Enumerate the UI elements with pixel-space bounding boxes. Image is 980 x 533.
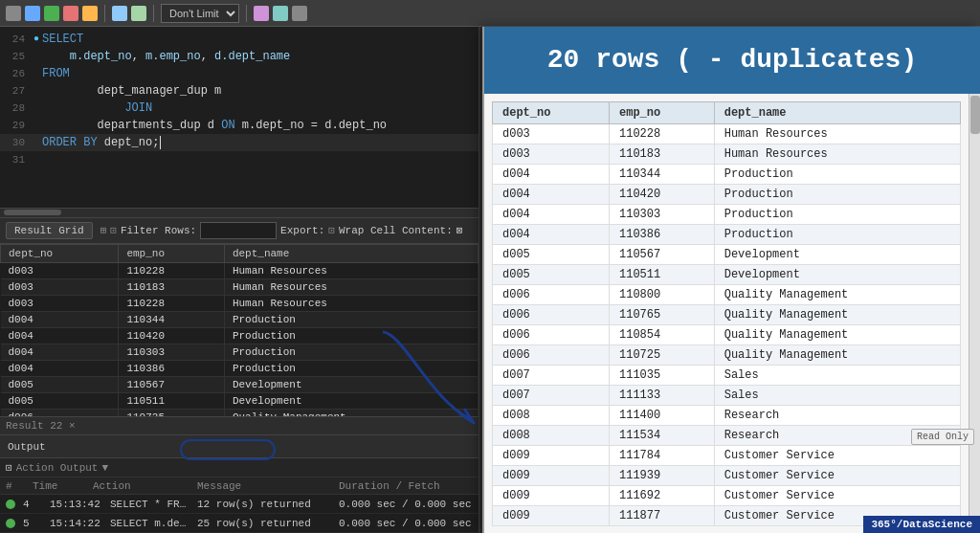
line-num-24: 24 [0,31,31,48]
table-row: d006110725Quality Management [1,409,479,416]
output-num: 4 [23,499,42,510]
table-row: d007111035Sales [493,365,961,385]
result-table-wrapper[interactable]: dept_no emp_no dept_name d003110228Human… [0,244,479,417]
output-row: 5 15:14:22 SELECT m.dept_no, m.emp_no, d… [0,514,479,533]
overlay-panel: 20 rows ( - duplicates) dept_no emp_no d… [482,27,980,533]
output-action: SELECT * FROM departments_dup ORDER BY d… [110,499,189,510]
line-num-28: 28 [0,100,31,117]
output-row: 4 15:13:42 SELECT * FROM departments_dup… [0,495,479,514]
table-row: d003110228Human Resources [1,262,479,278]
table-row: d005110511Development [1,392,479,409]
main-toolbar: Don't Limit [0,0,980,27]
table-row: d004110344Production [493,164,961,184]
table-row: d004110420Production [493,184,961,204]
table-row: d006110854Quality Management [493,324,961,344]
result-grid-toolbar: Result Grid ⊞ ⊡ Filter Rows: Export: ⊡ W… [0,217,479,244]
sql-line-29: 29 departments_dup d ON m.dept_no = d.de… [0,117,479,134]
output-header: Output [0,435,479,458]
cols-icon[interactable] [292,6,307,21]
table-row: d006110800Quality Management [493,284,961,304]
col-header-dept-no[interactable]: dept_no [1,244,119,262]
export-btn[interactable]: Export: [280,225,324,236]
wrap-label: Wrap Cell Content: [339,225,453,236]
col-header-emp-no[interactable]: emp_no [119,244,224,262]
debug-icon[interactable] [82,6,98,21]
output-action-header: ⊡ Action Output ▼ [0,458,479,477]
output-tab[interactable]: Output [8,441,46,453]
table-row: d005110567Development [1,376,479,392]
separator [104,5,105,22]
table-row: d004110420Production [1,327,479,344]
sql-editor[interactable]: 24 ● SELECT 25 m.dept_no, m.emp_no, d.de… [0,27,479,208]
output-panel: Output ⊡ Action Output ▼ # Time Action M… [0,434,479,533]
overlay-col-emp-no: emp_no [610,101,715,123]
line-content-30: ORDER BY dept_no; [42,134,168,151]
separator2 [153,5,154,22]
settings-icon[interactable] [273,6,288,21]
table-row: d004110344Production [1,311,479,327]
output-time: 15:14:22 [50,518,102,529]
overlay-table: dept_no emp_no dept_name d003110228Human… [492,101,961,526]
overlay-table-wrapper[interactable]: dept_no emp_no dept_name d003110228Human… [484,94,969,533]
col-duration: Duration / Fetch [339,480,473,492]
line-dot-24: ● [31,31,42,48]
line-content-26: FROM [42,65,70,82]
output-duration: 0.000 sec / 0.000 sec [339,518,473,529]
output-num: 5 [23,518,42,529]
save-icon[interactable] [25,6,40,21]
search-icon[interactable] [112,6,127,21]
table-row: d009111692Customer Service [493,485,961,505]
line-content-29: departments_dup d ON m.dept_no = d.dept_… [42,117,387,134]
table-row: d004110386Production [493,224,961,244]
output-rows: 4 15:13:42 SELECT * FROM departments_dup… [0,495,479,533]
col-message: Message [197,480,331,492]
table-row: d007111133Sales [493,385,961,405]
table-row: d003110183Human Resources [493,144,961,164]
table-row: d004110303Production [493,204,961,224]
dropdown-icon[interactable]: ▼ [101,462,108,474]
col-hash: # [6,480,25,492]
table-row: d009111939Customer Service [493,465,961,485]
run-icon[interactable] [44,6,59,21]
stop-icon[interactable] [63,6,78,21]
read-only-badge: Read Only [911,429,974,445]
filter-icon[interactable] [254,6,269,21]
result-table: dept_no emp_no dept_name d003110228Human… [0,244,479,417]
filter-input[interactable] [200,222,277,239]
output-message: 12 row(s) returned [197,499,331,510]
overlay-scrollbar[interactable] [969,94,980,533]
table-row: d003110228Human Resources [1,295,479,311]
table-row: d004110303Production [1,344,479,360]
grid-icon: ⊞ [100,224,107,236]
export-icon: ⊡ [328,224,335,236]
table-row: d004110386Production [1,360,479,376]
table-row: d009111784Customer Service [493,445,961,465]
sql-line-27: 27 dept_manager_dup m [0,82,479,100]
output-action: SELECT m.dept_no, m.emp_no, d.dept_name … [110,518,189,529]
line-num-30: 30 [0,134,31,151]
output-col-headers: # Time Action Message Duration / Fetch [0,477,479,495]
table-row: d006110725Quality Management [493,344,961,365]
line-num-27: 27 [0,82,31,100]
sql-line-28: 28 JOIN [0,100,479,117]
col-time: Time [33,480,85,492]
line-content-27: dept_manager_dup m [42,82,221,100]
col-header-dept-name[interactable]: dept_name [224,244,478,262]
brand-badge: 365°/DataScience [863,516,980,533]
sql-line-24: 24 ● SELECT [0,31,479,48]
table-row: d003110183Human Resources [1,278,479,295]
result-grid-tab[interactable]: Result Grid [6,222,93,239]
sql-line-25: 25 m.dept_no, m.emp_no, d.dept_name [0,48,479,65]
line-num-29: 29 [0,117,31,134]
refresh-icon[interactable] [131,6,146,21]
line-num-25: 25 [0,48,31,65]
banner: 20 rows ( - duplicates) [484,27,980,94]
table-row: d008111400Research [493,405,961,425]
result-count: Result 22 × [0,416,479,434]
h-scrollbar[interactable] [0,208,479,217]
action-output-label: Action Output [16,462,99,474]
limit-dropdown[interactable]: Don't Limit [161,4,239,23]
table-row: d003110228Human Resources [493,123,961,144]
file-icon[interactable] [6,6,21,21]
separator3 [246,5,247,22]
